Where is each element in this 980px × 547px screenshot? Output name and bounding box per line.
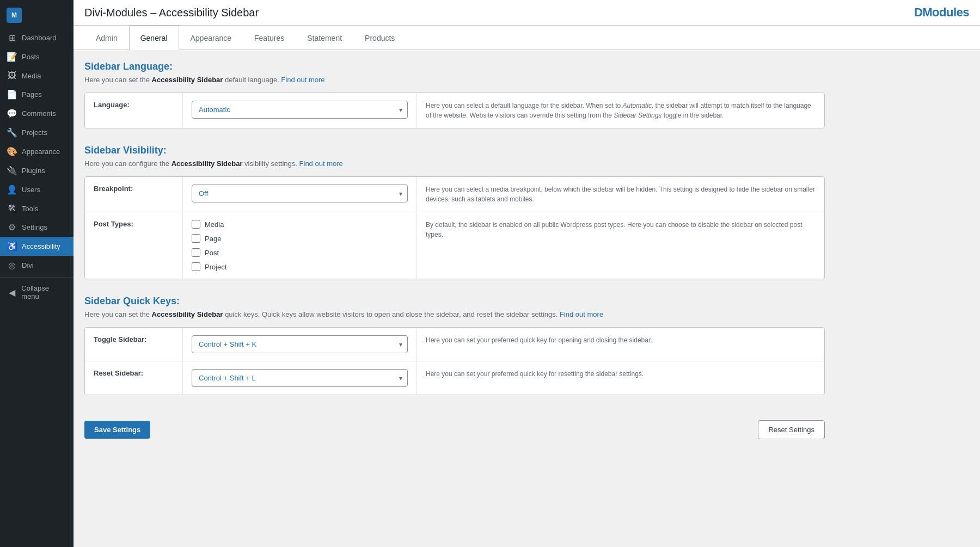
- toggle-sidebar-select[interactable]: Control + Shift + K Control + Shift + A …: [192, 335, 408, 353]
- sidebar-label-posts: Posts: [22, 53, 40, 61]
- sidebar-item-collapse[interactable]: ◀ Collapse menu: [0, 280, 74, 305]
- page-title: Divi-Modules – Accessibility Sidebar: [84, 7, 259, 19]
- toggle-sidebar-control: Control + Shift + K Control + Shift + A …: [183, 328, 417, 361]
- tab-admin[interactable]: Admin: [84, 26, 129, 50]
- sidebar-label-users: Users: [22, 186, 40, 194]
- tabs-bar: Admin General Appearance Features Statem…: [74, 26, 980, 50]
- quickkeys-section-desc: Here you can set the Accessibility Sideb…: [84, 310, 825, 318]
- divi-icon: ◎: [7, 260, 17, 271]
- sidebar-item-media[interactable]: 🖼 Media: [0, 66, 74, 85]
- actions-bar: Save Settings Reset Settings: [84, 411, 825, 444]
- post-type-post-checkbox[interactable]: [192, 248, 200, 257]
- language-control: Automatic English French German Spanish …: [183, 93, 417, 128]
- users-icon: 👤: [7, 185, 17, 195]
- accessibility-icon: ♿: [7, 241, 17, 251]
- sidebar-item-posts[interactable]: 📝 Posts: [0, 47, 74, 66]
- post-types-row: Post Types: Media Page: [85, 212, 824, 279]
- quickkeys-find-out-more[interactable]: Find out more: [560, 310, 603, 318]
- content-area: Sidebar Language: Here you can set the A…: [74, 50, 836, 454]
- sidebar-item-accessibility[interactable]: ♿ Accessibility: [0, 237, 74, 256]
- sidebar: M ⊞ Dashboard 📝 Posts 🖼 Media 📄 Pages 💬 …: [0, 0, 74, 547]
- sidebar-item-projects[interactable]: 🔧 Projects: [0, 123, 74, 142]
- posts-icon: 📝: [7, 52, 17, 62]
- section-quickkeys: Sidebar Quick Keys: Here you can set the…: [84, 296, 825, 395]
- sidebar-label-accessibility: Accessibility: [22, 242, 60, 250]
- language-label: Language:: [85, 93, 183, 128]
- reset-sidebar-select[interactable]: Control + Shift + L Control + Shift + R …: [192, 369, 408, 387]
- post-type-project-checkbox[interactable]: [192, 262, 200, 271]
- language-select-wrapper: Automatic English French German Spanish …: [192, 101, 408, 119]
- sidebar-item-settings[interactable]: ⚙ Settings: [0, 218, 74, 237]
- sidebar-item-tools[interactable]: 🛠 Tools: [0, 199, 74, 218]
- visibility-find-out-more[interactable]: Find out more: [299, 159, 343, 168]
- post-type-media-checkbox[interactable]: [192, 220, 200, 229]
- sidebar-label-divi: Divi: [22, 261, 34, 269]
- breakpoint-control: Off 480px 768px 1024px 1200px ▾: [183, 177, 417, 212]
- sidebar-item-dashboard[interactable]: ⊞ Dashboard: [0, 28, 74, 47]
- collapse-icon: ◀: [7, 287, 17, 298]
- lang-desc-suffix: default language.: [223, 76, 279, 84]
- sidebar-label-comments: Comments: [22, 109, 56, 118]
- lang-desc-subject: Accessibility Sidebar: [152, 76, 223, 84]
- post-type-project[interactable]: Project: [192, 262, 408, 271]
- reset-settings-button[interactable]: Reset Settings: [758, 420, 825, 439]
- sidebar-item-pages[interactable]: 📄 Pages: [0, 85, 74, 104]
- language-select[interactable]: Automatic English French German Spanish: [192, 101, 408, 119]
- post-type-media[interactable]: Media: [192, 220, 408, 229]
- tab-appearance[interactable]: Appearance: [179, 26, 243, 50]
- tab-features[interactable]: Features: [243, 26, 296, 50]
- sidebar-item-divi[interactable]: ◎ Divi: [0, 256, 74, 275]
- page-header: Divi-Modules – Accessibility Sidebar DMo…: [74, 0, 980, 26]
- appearance-icon: 🎨: [7, 146, 17, 157]
- vis-desc-suffix: visibility settings.: [243, 159, 297, 168]
- post-type-page[interactable]: Page: [192, 234, 408, 243]
- lang-desc-prefix: Here you can set the: [84, 76, 152, 84]
- post-type-project-label: Project: [205, 263, 226, 271]
- reset-sidebar-help: Here you can set your preferred quick ke…: [417, 361, 824, 395]
- post-types-list: Media Page Post: [192, 220, 408, 271]
- main-content: Divi-Modules – Accessibility Sidebar DMo…: [74, 0, 980, 547]
- breakpoint-label: Breakpoint:: [85, 177, 183, 212]
- sidebar-item-appearance[interactable]: 🎨 Appearance: [0, 142, 74, 161]
- section-language: Sidebar Language: Here you can set the A…: [84, 61, 825, 128]
- sidebar-divider: [0, 277, 74, 278]
- post-type-page-checkbox[interactable]: [192, 234, 200, 243]
- tab-general[interactable]: General: [129, 26, 179, 50]
- reset-sidebar-row: Reset Sidebar: Control + Shift + L Contr…: [85, 361, 824, 395]
- sidebar-label-media: Media: [22, 72, 41, 80]
- breakpoint-help: Here you can select a media breakpoint, …: [417, 177, 824, 212]
- tab-products[interactable]: Products: [353, 26, 406, 50]
- comments-icon: 💬: [7, 108, 17, 119]
- sidebar-label-settings: Settings: [22, 223, 47, 231]
- sidebar-item-comments[interactable]: 💬 Comments: [0, 104, 74, 123]
- qk-desc-suffix: quick keys. Quick keys allow website vis…: [223, 310, 558, 318]
- pages-icon: 📄: [7, 89, 17, 100]
- tab-statement[interactable]: Statement: [296, 26, 353, 50]
- breakpoint-select-wrapper: Off 480px 768px 1024px 1200px ▾: [192, 185, 408, 202]
- post-type-page-label: Page: [205, 235, 221, 243]
- language-find-out-more[interactable]: Find out more: [281, 76, 324, 84]
- logo-m: M: [922, 5, 932, 19]
- toggle-sidebar-label: Toggle Sidebar:: [85, 328, 183, 361]
- dmodules-logo: DModules: [914, 5, 969, 20]
- media-icon: 🖼: [7, 71, 17, 81]
- vis-desc-prefix: Here you can configure the: [84, 159, 171, 168]
- sidebar-item-users[interactable]: 👤 Users: [0, 180, 74, 199]
- sidebar-label-plugins: Plugins: [22, 167, 45, 175]
- post-type-post-label: Post: [205, 249, 219, 257]
- dashboard-icon: ⊞: [7, 33, 17, 43]
- language-section-desc: Here you can set the Accessibility Sideb…: [84, 76, 825, 84]
- breakpoint-select[interactable]: Off 480px 768px 1024px 1200px: [192, 185, 408, 202]
- post-type-post[interactable]: Post: [192, 248, 408, 257]
- vis-desc-subject: Accessibility Sidebar: [171, 159, 243, 168]
- toggle-sidebar-row: Toggle Sidebar: Control + Shift + K Cont…: [85, 328, 824, 361]
- language-section-title: Sidebar Language:: [84, 61, 825, 72]
- sidebar-item-plugins[interactable]: 🔌 Plugins: [0, 161, 74, 180]
- qk-desc-subject: Accessibility Sidebar: [152, 310, 223, 318]
- save-settings-button[interactable]: Save Settings: [84, 421, 150, 439]
- logo-d: D: [914, 5, 922, 19]
- toggle-sidebar-select-wrapper: Control + Shift + K Control + Shift + A …: [192, 335, 408, 353]
- post-types-help: By default, the sidebar is enabled on al…: [417, 212, 824, 279]
- logo-odules: odules: [932, 5, 969, 19]
- sidebar-logo: M: [0, 0, 74, 28]
